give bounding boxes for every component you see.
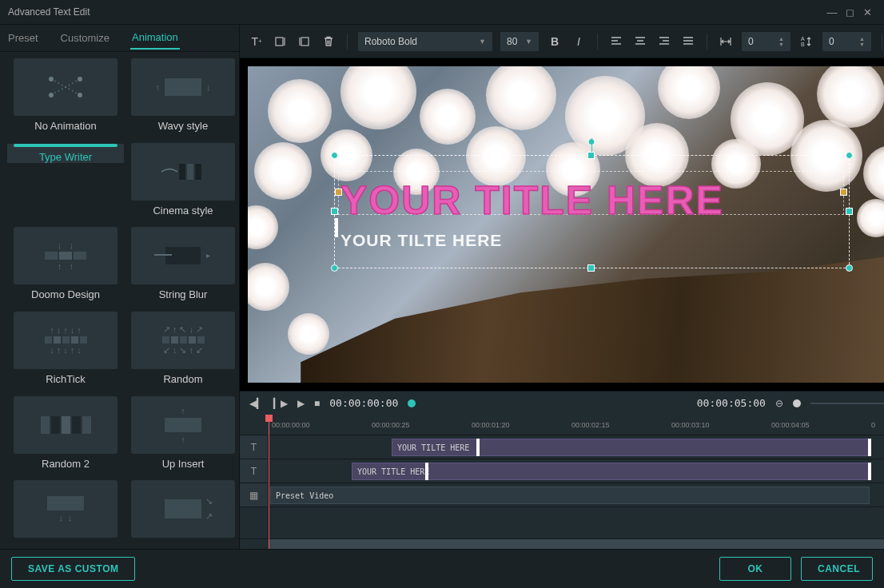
close-button[interactable]: ✕ [858,6,876,18]
preview-canvas[interactable]: YOUR TITLE HERE YOUR TILTE HERE [248,66,884,383]
minimize-button[interactable]: — [823,6,841,18]
empty-track [240,507,884,539]
timeline[interactable]: 00:00:00:00 00:00:00:25 00:00:01:20 00:0… [240,415,884,549]
window-title: Advanced Text Edit [8,6,90,18]
svg-point-3 [78,77,82,81]
svg-text:B: B [801,42,805,47]
save-as-custom-button[interactable]: SAVE AS CUSTOM [11,557,135,581]
preset-no-animation[interactable]: No Animation [6,58,125,137]
preset-random[interactable]: ↗ ↑ ↖ ↓ ↗↙ ↓ ↘ ↑ ↙Random [131,312,235,390]
svg-point-2 [50,77,53,81]
video-track[interactable]: ▦ Preset Video [240,483,884,507]
char-spacing-icon [717,33,735,50]
timeline-scrollbar[interactable] [269,539,884,549]
svg-point-4 [50,93,53,97]
align-left-icon[interactable] [607,33,625,50]
prev-button[interactable]: ◀▎ [249,398,264,409]
sidebar: Preset Customize Animation No Animation … [0,25,240,549]
text-track-1[interactable]: T YOUR TILTE HERE [240,435,884,459]
preview-area[interactable]: YOUR TITLE HERE YOUR TILTE HERE [240,58,884,391]
clip-video[interactable]: Preset Video [270,487,870,504]
svg-rect-6 [179,164,185,180]
preset-cinema-style[interactable]: Cinema style [131,143,235,221]
timeline-ruler[interactable]: 00:00:00:00 00:00:00:25 00:00:01:20 00:0… [240,415,884,435]
preset-string-blur[interactable]: ▸String Blur [131,227,235,305]
preset-extra-2[interactable]: ↘↗ [131,480,235,542]
zoom-out-button[interactable]: ⊖ [775,398,783,409]
next-button[interactable]: ▎▶ [273,398,288,409]
track-icon-video: ▦ [240,483,269,507]
playback-bar: ◀▎ ▎▶ ▶ ■ 00:00:00:00 00:00:05:00 ⊖ ⊕ [240,391,884,415]
stop-button[interactable]: ■ [314,398,320,409]
title-text-2[interactable]: YOUR TILTE HERE [340,231,502,250]
preset-doomo-design[interactable]: ↓ ↓↑ ↑Doomo Design [6,227,125,305]
clip-2-handle[interactable] [425,463,428,480]
svg-point-5 [78,93,82,97]
tab-animation[interactable]: Animation [130,26,180,50]
bold-button[interactable]: B [546,33,563,50]
preset-richtick[interactable]: ↑ ↓ ↑ ↓ ↑↓ ↑ ↓ ↑ ↓RichTick [6,312,125,390]
align-center-icon[interactable] [631,33,649,50]
maximize-button[interactable]: ◻ [841,6,858,18]
svg-rect-10 [301,38,309,46]
svg-text:A: A [801,36,805,42]
add-text-icon[interactable]: T+ [248,33,265,50]
track-icon-text: T [240,435,269,459]
zoom-slider[interactable] [793,399,801,407]
track-icon-text: T [240,459,269,483]
line-height-icon: AB [798,33,815,50]
playhead[interactable] [269,415,269,549]
delete-icon[interactable] [320,33,337,50]
clip-1-handle[interactable] [476,439,480,456]
titlebar: Advanced Text Edit — ◻ ✕ [0,0,884,24]
align-justify-icon[interactable] [679,33,697,50]
clip-2[interactable]: YOUR TITLE HERE [352,463,870,480]
text-toolbar: T+ Roboto Bold▼ 80▼ B I ▲▼ AB ▲▼ ◇ [240,25,884,58]
tab-customize[interactable]: Customize [59,27,111,49]
tab-preset[interactable]: Preset [6,27,40,49]
size-select[interactable]: 80▼ [500,31,540,52]
animation-presets[interactable]: No Animation ↑↓Wavy style Text Here→Type… [0,52,239,549]
timecode-current: 00:00:00:00 [329,397,398,409]
svg-rect-9 [276,38,283,46]
preset-up-insert[interactable]: ↑↑Up Insert [131,396,235,475]
main-panel: T+ Roboto Bold▼ 80▼ B I ▲▼ AB ▲▼ ◇ [240,25,884,549]
marker-in[interactable] [408,399,416,407]
clip-2-handle-end[interactable] [868,463,871,480]
clip-1-handle-end[interactable] [868,439,871,456]
svg-rect-7 [187,164,193,180]
cancel-button[interactable]: CANCEL [801,557,873,581]
preset-wavy-style[interactable]: ↑↓Wavy style [131,58,235,137]
sidebar-tabs: Preset Customize Animation [0,25,239,52]
text-box-icon[interactable] [296,33,313,50]
edit-text-icon[interactable] [272,33,289,50]
line-height-input[interactable]: ▲▼ [822,31,872,52]
play-button[interactable]: ▶ [297,398,305,409]
ok-button[interactable]: OK [719,557,791,581]
footer: SAVE AS CUSTOM OK CANCEL [0,549,884,588]
preset-type-writer[interactable]: Text Here→Type Writer [6,143,125,164]
char-spacing-input[interactable]: ▲▼ [741,31,791,52]
title-text-1[interactable]: YOUR TITLE HERE [340,177,724,224]
clip-1[interactable]: YOUR TILTE HERE [392,439,870,456]
preset-random-2[interactable]: Random 2 [6,396,125,475]
text-track-2[interactable]: T YOUR TITLE HERE [240,459,884,483]
font-select[interactable]: Roboto Bold▼ [357,31,493,52]
svg-rect-8 [195,164,201,180]
timecode-end: 00:00:05:00 [697,397,766,409]
italic-button[interactable]: I [570,33,587,50]
preset-extra-1[interactable]: ↓ ↓ [6,480,125,542]
align-right-icon[interactable] [655,33,673,50]
